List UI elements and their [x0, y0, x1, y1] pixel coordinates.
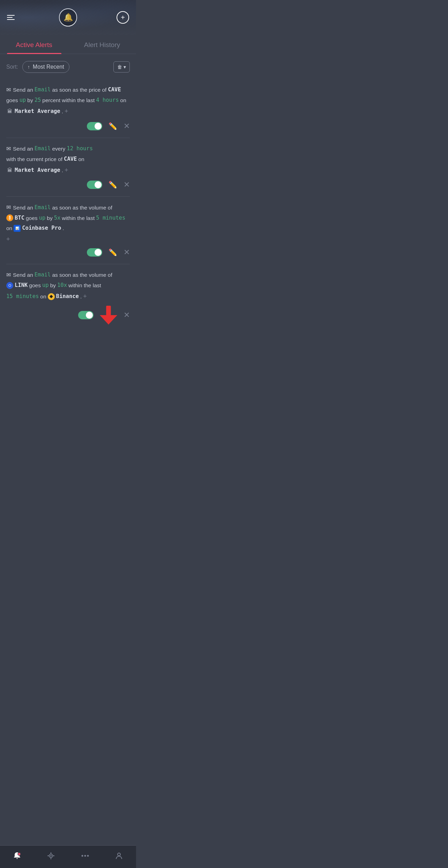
svg-point-11	[87, 855, 89, 857]
alert-notification-type-1: Email	[35, 85, 51, 94]
alert-amount-3: 5x	[54, 214, 61, 223]
alert-exchange-1: 🏛 Market Average	[6, 107, 60, 116]
alert-text-2: ✉ Send an Email every 12 hours with the …	[6, 144, 130, 176]
alert-timeframe-3: 5 minutes	[96, 214, 125, 223]
dropdown-arrow-icon: ▾	[124, 64, 126, 70]
email-envelope-icon: ✉	[6, 85, 11, 94]
alert-direction-3: up	[39, 214, 46, 223]
alert-text-3: ✉ Send an Email as soon as the volume of…	[6, 203, 130, 233]
alert-controls-3: ✏️ ✕	[6, 248, 130, 257]
svg-point-4	[50, 855, 52, 856]
svg-rect-0	[106, 306, 111, 316]
tab-bar: Active Alerts Alert History	[0, 35, 136, 54]
add-exchange-button-3[interactable]: +	[6, 236, 10, 243]
nav-item-profile[interactable]	[109, 848, 129, 865]
alert-exchange-4: ◆ Binance	[48, 292, 79, 301]
sort-label: Sort:	[6, 64, 18, 70]
alert-timeframe-1: 4 hours	[96, 96, 119, 105]
nav-item-more[interactable]	[75, 848, 95, 865]
main-content: Active Alerts Alert History Sort: ↑ Most…	[0, 35, 136, 357]
profile-nav-icon	[114, 851, 124, 862]
more-nav-icon	[81, 851, 90, 862]
alert-card-3: ✉ Send an Email as soon as the volume of…	[6, 197, 130, 264]
trash-icon: 🗑	[117, 64, 122, 70]
market-avg-icon-1: 🏛	[6, 108, 13, 115]
link-coin-icon: ⬡	[6, 282, 13, 289]
alert-toggle-1[interactable]	[87, 122, 102, 130]
alert-edit-button-1[interactable]: ✏️	[109, 122, 117, 130]
alert-coin-4: LINK	[15, 281, 28, 290]
alert-exchange-2: 🏛 Market Average	[6, 166, 60, 175]
alert-coin-2: CAVE	[64, 155, 77, 164]
hamburger-icon[interactable]	[7, 15, 15, 20]
close-icon-3: ✕	[124, 248, 130, 257]
alert-delete-button-1[interactable]: ✕	[124, 122, 130, 131]
email-envelope-icon-2: ✉	[6, 144, 11, 153]
email-envelope-icon-3: ✉	[6, 203, 11, 212]
alert-controls-1: ✏️ ✕	[6, 122, 130, 131]
alert-coin-3-container: ₿ BTC	[6, 214, 24, 223]
alert-timeframe-2: 12 hours	[67, 144, 93, 153]
red-arrow-indicator	[100, 306, 117, 324]
plus-icon: +	[121, 14, 125, 22]
nav-item-scanner[interactable]	[41, 848, 61, 865]
alert-delete-button-4[interactable]: ✕	[124, 311, 130, 320]
header-wave-decoration	[0, 0, 136, 35]
alert-delete-button-2[interactable]: ✕	[124, 180, 130, 189]
alerts-list: ✉ Send an Email as soon as the price of …	[0, 79, 136, 331]
svg-point-12	[118, 853, 120, 856]
alert-coin-3: BTC	[15, 214, 24, 223]
edit-icon-1: ✏️	[109, 122, 117, 130]
sort-bar: Sort: ↑ Most Recent 🗑 ▾	[0, 61, 136, 79]
alert-controls-4: ✕	[6, 306, 130, 324]
close-icon-4: ✕	[124, 311, 130, 319]
alert-timeframe-4: 15 minutes	[6, 292, 39, 301]
binance-icon: ◆	[48, 293, 55, 300]
svg-point-2	[18, 853, 21, 855]
btc-coin-icon: ₿	[6, 214, 13, 221]
red-arrow-svg	[100, 305, 117, 325]
alert-text-4: ✉ Send an Email as soon as the volume of…	[6, 271, 130, 302]
coinbase-icon: 📊	[14, 225, 21, 232]
tab-active-alerts[interactable]: Active Alerts	[0, 35, 68, 54]
svg-marker-1	[100, 315, 117, 325]
nav-item-alerts[interactable]	[7, 848, 27, 865]
alert-edit-button-2[interactable]: ✏️	[109, 181, 117, 189]
alert-toggle-3[interactable]	[87, 248, 102, 257]
sort-option-label: Most Recent	[33, 64, 64, 70]
bell-alert-nav-icon	[13, 851, 22, 862]
alert-amount-4: 10x	[57, 281, 67, 290]
delete-button[interactable]: 🗑 ▾	[113, 61, 130, 73]
add-exchange-button-2[interactable]: +	[65, 165, 68, 176]
close-icon-1: ✕	[124, 122, 130, 130]
scanner-nav-icon	[46, 851, 55, 862]
alert-amount-1: 25	[35, 96, 41, 105]
alert-toggle-4[interactable]	[78, 311, 94, 319]
edit-icon-3: ✏️	[109, 249, 117, 256]
sort-arrow-icon: ↑	[28, 64, 30, 70]
alert-notification-type-4: Email	[35, 271, 51, 280]
alert-toggle-2[interactable]	[87, 181, 102, 189]
alert-card-2: ✉ Send an Email every 12 hours with the …	[6, 138, 130, 197]
alert-edit-button-3[interactable]: ✏️	[109, 248, 117, 257]
add-alert-button[interactable]: +	[117, 11, 129, 24]
alert-text-1: ✉ Send an Email as soon as the price of …	[6, 85, 130, 117]
alert-notification-type-3: Email	[35, 203, 51, 212]
alert-card-4: ✉ Send an Email as soon as the volume of…	[6, 264, 130, 331]
alert-direction-1: up	[20, 96, 26, 105]
alert-delete-button-3[interactable]: ✕	[124, 248, 130, 257]
alert-card-1: ✉ Send an Email as soon as the price of …	[6, 79, 130, 138]
alert-coin-4-container: ⬡ LINK	[6, 281, 28, 290]
svg-point-10	[81, 855, 83, 857]
menu-button[interactable]	[7, 15, 15, 20]
sort-button[interactable]: ↑ Most Recent	[22, 61, 69, 73]
add-alert-area[interactable]: +	[117, 11, 129, 24]
tab-alert-history[interactable]: Alert History	[68, 35, 136, 54]
edit-icon-2: ✏️	[109, 181, 117, 189]
alert-coin-1: CAVE	[108, 85, 121, 94]
alert-controls-2: ✏️ ✕	[6, 180, 130, 189]
alert-direction-4: up	[42, 281, 49, 290]
add-exchange-button-4[interactable]: +	[83, 291, 87, 302]
email-envelope-icon-4: ✉	[6, 271, 11, 280]
add-exchange-button-1[interactable]: +	[65, 106, 68, 117]
